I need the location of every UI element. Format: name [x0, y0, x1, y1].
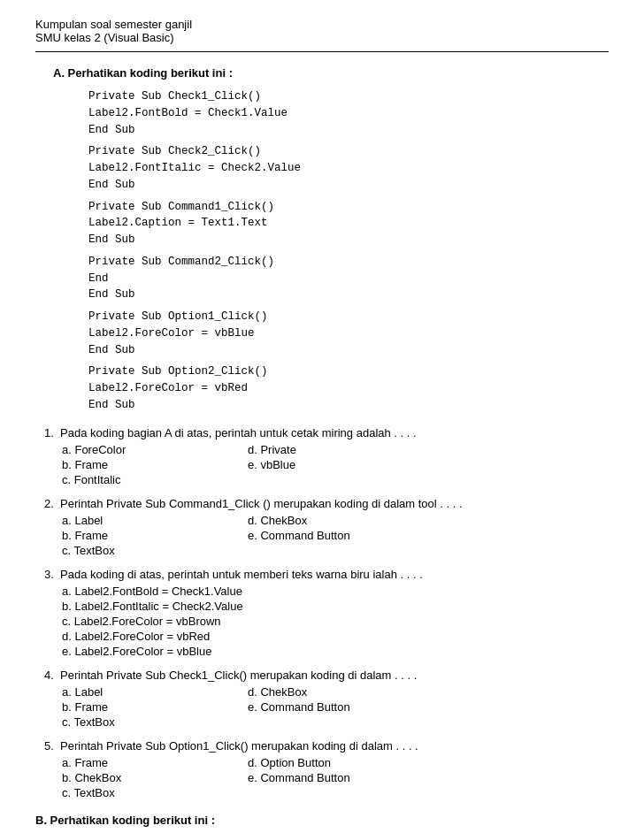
answer-row: a. Label2.FontBold = Check1.Value: [62, 585, 609, 598]
code-group-2: Private Sub Check2_Click() Label2.FontIt…: [88, 143, 609, 193]
question-4-options: a. Label d. ChekBox b. Frame e. Command …: [62, 685, 609, 729]
question-2: 2. Perintah Private Sub Command1_Click (…: [44, 497, 609, 557]
answer-row: c. Label2.ForeColor = vbBrown: [62, 615, 609, 628]
answer-row: c. TextBox: [62, 544, 609, 557]
header-divider: [35, 51, 609, 52]
questions-section: 1. Pada koding bagian A di atas, perinta…: [35, 426, 609, 799]
question-5-options: a. Frame d. Option Button b. ChekBox e. …: [62, 756, 609, 799]
answer-row: b. ChekBox e. Command Button: [62, 771, 609, 784]
question-3: 3. Pada koding di atas, perintah untuk m…: [44, 568, 609, 658]
question-4: 4. Perintah Private Sub Check1_Click() m…: [44, 669, 609, 729]
answer-row: b. Frame e. vbBlue: [62, 458, 609, 471]
question-3-text: 3. Pada koding di atas, perintah untuk m…: [44, 568, 609, 581]
answer-row: c. TextBox: [62, 786, 609, 799]
answer-row: c. FontItalic: [62, 473, 609, 486]
answer-row: a. Label d. ChekBox: [62, 514, 609, 527]
header-line1: Kumpulan soal semester ganjil: [35, 18, 609, 31]
code-group-5: Private Sub Option1_Click() Label2.ForeC…: [88, 309, 609, 358]
answer-row: b. Frame e. Command Button: [62, 529, 609, 542]
code-group-4: Private Sub Command2_Click() End End Sub: [88, 254, 609, 303]
answer-row: a. Frame d. Option Button: [62, 756, 609, 769]
question-2-text: 2. Perintah Private Sub Command1_Click (…: [44, 497, 609, 510]
section-a-title: A. Perhatikan koding berikut ini :: [53, 66, 609, 80]
question-1-options: a. ForeColor d. Private b. Frame e. vbBl…: [62, 443, 609, 486]
answer-row: a. ForeColor d. Private: [62, 443, 609, 456]
answer-row: d. Label2.ForeColor = vbRed: [62, 630, 609, 643]
answer-row: b. Label2.FontItalic = Check2.Value: [62, 600, 609, 613]
section-b-title: B. Perhatikan koding berikut ini :: [35, 814, 609, 827]
question-1: 1. Pada koding bagian A di atas, perinta…: [44, 426, 609, 486]
code-group-3: Private Sub Command1_Click() Label2.Capt…: [88, 199, 609, 248]
header-line2: SMU kelas 2 (Visual Basic): [35, 31, 609, 44]
answer-row: e. Label2.ForeColor = vbBlue: [62, 645, 609, 658]
question-3-options: a. Label2.FontBold = Check1.Value b. Lab…: [62, 585, 609, 658]
answer-row: c. TextBox: [62, 715, 609, 729]
question-1-text: 1. Pada koding bagian A di atas, perinta…: [44, 426, 609, 439]
answer-row: b. Frame e. Command Button: [62, 700, 609, 714]
question-4-text: 4. Perintah Private Sub Check1_Click() m…: [44, 669, 609, 682]
answer-row: a. Label d. ChekBox: [62, 685, 609, 699]
code-section-a: Private Sub Check1_Click() Label2.FontBo…: [35, 88, 609, 414]
code-group-1: Private Sub Check1_Click() Label2.FontBo…: [88, 88, 609, 138]
question-5: 5. Perintah Private Sub Option1_Click() …: [44, 739, 609, 799]
code-group-6: Private Sub Option2_Click() Label2.ForeC…: [88, 363, 609, 413]
question-5-text: 5. Perintah Private Sub Option1_Click() …: [44, 739, 609, 753]
question-2-options: a. Label d. ChekBox b. Frame e. Command …: [62, 514, 609, 557]
header: Kumpulan soal semester ganjil SMU kelas …: [35, 18, 609, 44]
